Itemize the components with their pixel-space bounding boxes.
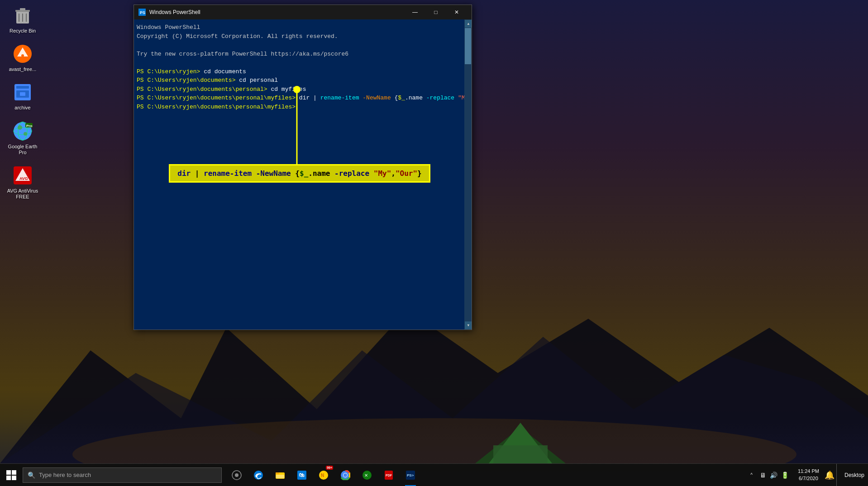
search-icon: 🔍 bbox=[28, 472, 35, 479]
svg-point-35 bbox=[235, 473, 238, 477]
pdf-icon: PDF bbox=[384, 470, 394, 480]
clock-date: 6/7/2020 bbox=[799, 475, 818, 482]
google-earth-pro-label: Google Earth Pro bbox=[5, 144, 41, 156]
scroll-down-arrow[interactable]: ▼ bbox=[465, 321, 472, 329]
svg-rect-19 bbox=[20, 92, 25, 96]
highlight-command-container: dir | rename-item -NewName {$_.name -rep… bbox=[134, 164, 465, 183]
desktop-icon-avg[interactable]: AVG AVG AntiVirus FREE bbox=[5, 165, 41, 200]
avast-label: avast_free... bbox=[9, 66, 37, 72]
battery-icon[interactable]: 🔋 bbox=[781, 472, 789, 479]
ps-line-10: PS C:\Users\ryjen\documents\personal\myf… bbox=[137, 103, 464, 112]
clock-area[interactable]: 11:24 PM 6/7/2020 bbox=[794, 464, 823, 486]
avg-label: AVG AntiVirus FREE bbox=[5, 188, 41, 200]
svg-text:Pro: Pro bbox=[26, 124, 32, 128]
search-placeholder-text: Type here to search bbox=[39, 472, 91, 478]
system-icons: 🖥 🔊 🔋 bbox=[756, 464, 792, 486]
chrome-icon bbox=[340, 470, 350, 480]
taskbar-chrome[interactable] bbox=[335, 464, 356, 486]
norton-badge: 99+ bbox=[326, 466, 333, 470]
taskbar-pdf[interactable]: PDF bbox=[378, 464, 399, 486]
taskbar-right-area: ^ 🖥 🔊 🔋 11:24 PM 6/7/2020 🔔 Desktop bbox=[749, 464, 868, 486]
svg-text:PDF: PDF bbox=[386, 474, 392, 477]
taskbar-store[interactable]: 🛍 bbox=[291, 464, 312, 486]
svg-point-23 bbox=[18, 125, 22, 130]
recycle-bin-icon bbox=[12, 5, 33, 26]
taskbar-norton[interactable]: N 99+ bbox=[313, 464, 334, 486]
taskbar-search[interactable]: 🔍 Type here to search bbox=[23, 467, 222, 483]
network-icon[interactable]: 🖥 bbox=[760, 472, 766, 479]
svg-text:N: N bbox=[321, 473, 324, 478]
desktop-icon-archive[interactable]: archive bbox=[5, 81, 41, 111]
archive-label: archive bbox=[14, 105, 30, 111]
taskbar-xbox[interactable]: ✕ bbox=[357, 464, 377, 486]
ps-line-2: Copyright (C) Microsoft Corporation. All… bbox=[137, 32, 464, 41]
task-view-icon bbox=[232, 470, 242, 480]
ps-line-5 bbox=[137, 58, 464, 67]
recycle-bin-label: Recycle Bin bbox=[10, 28, 36, 34]
store-icon: 🛍 bbox=[297, 470, 307, 480]
powershell-content[interactable]: Windows PowerShell Copyright (C) Microso… bbox=[134, 19, 472, 330]
svg-text:🛍: 🛍 bbox=[299, 472, 305, 478]
ps-line-7: PS C:\Users\ryjen\documents> cd personal bbox=[137, 76, 464, 85]
taskbar-explorer[interactable] bbox=[270, 464, 291, 486]
volume-icon[interactable]: 🔊 bbox=[770, 472, 777, 479]
desktop-icon-avast[interactable]: avast_free... bbox=[5, 43, 41, 72]
ps-line-8: PS C:\Users\ryjen\documents\personal> cd… bbox=[137, 85, 464, 94]
close-button[interactable]: ✕ bbox=[446, 5, 467, 19]
svg-rect-38 bbox=[276, 472, 279, 474]
window-title-text: Windows PowerShell bbox=[149, 9, 200, 15]
taskbar-items: 🛍 N 99+ ✕ bbox=[226, 464, 421, 486]
desktop-icons-area: Recycle Bin avast_free... archive bbox=[5, 5, 41, 200]
archive-icon bbox=[12, 81, 33, 103]
svg-text:PS: PS bbox=[140, 10, 145, 15]
xbox-icon: ✕ bbox=[362, 470, 372, 480]
ps-line-4: Try the new cross-platform PowerShell ht… bbox=[137, 50, 464, 59]
svg-rect-9 bbox=[20, 8, 25, 10]
window-title-area: PS Windows PowerShell bbox=[138, 9, 200, 16]
desktop-icon-google-earth-pro[interactable]: Pro Google Earth Pro bbox=[5, 120, 41, 156]
svg-rect-39 bbox=[276, 475, 284, 478]
ps-line-1: Windows PowerShell bbox=[137, 23, 464, 32]
desktop-label: Desktop bbox=[844, 472, 864, 478]
google-earth-pro-icon: Pro bbox=[12, 120, 33, 142]
start-icon bbox=[6, 470, 16, 480]
svg-text:✕: ✕ bbox=[364, 473, 368, 478]
svg-text:AVG: AVG bbox=[19, 176, 28, 181]
minimize-button[interactable]: — bbox=[405, 5, 425, 19]
notification-icon[interactable]: 🔔 bbox=[825, 470, 835, 480]
svg-rect-17 bbox=[16, 86, 29, 89]
scroll-thumb[interactable] bbox=[465, 28, 471, 64]
ps-line-3 bbox=[137, 41, 464, 50]
svg-text:PS>: PS> bbox=[407, 473, 414, 477]
svg-point-24 bbox=[24, 132, 27, 136]
taskbar: 🔍 Type here to search bbox=[0, 463, 868, 486]
maximize-button[interactable]: □ bbox=[425, 5, 446, 19]
show-desktop-button[interactable] bbox=[836, 464, 841, 486]
powershell-taskbar-icon: PS> bbox=[405, 470, 415, 480]
ps-line-9: PS C:\Users\ryjen\documents\personal\myf… bbox=[137, 94, 464, 103]
svg-rect-6 bbox=[493, 445, 548, 463]
scrollbar[interactable]: ▲ ▼ bbox=[464, 19, 472, 330]
svg-point-46 bbox=[343, 473, 347, 477]
scroll-up-arrow[interactable]: ▲ bbox=[465, 20, 472, 28]
taskbar-task-view[interactable] bbox=[226, 464, 247, 486]
taskbar-powershell[interactable]: PS> bbox=[400, 464, 421, 486]
avast-icon bbox=[12, 43, 33, 65]
avg-icon: AVG bbox=[12, 165, 33, 186]
powershell-window: PS Windows PowerShell — □ ✕ Windows Powe… bbox=[134, 5, 472, 330]
highlighted-command: dir | rename-item -NewName {$_.name -rep… bbox=[169, 164, 430, 183]
powershell-title-icon: PS bbox=[138, 9, 146, 16]
explorer-icon bbox=[275, 470, 285, 480]
taskbar-edge[interactable] bbox=[248, 464, 269, 486]
system-tray-chevron[interactable]: ^ bbox=[749, 472, 754, 477]
window-titlebar[interactable]: PS Windows PowerShell — □ ✕ bbox=[134, 5, 472, 19]
start-button[interactable] bbox=[0, 464, 23, 486]
svg-point-15 bbox=[21, 54, 24, 57]
norton-icon: N bbox=[319, 470, 329, 480]
ps-line-6: PS C:\Users\ryjen> cd documents bbox=[137, 67, 464, 76]
edge-icon bbox=[253, 470, 263, 480]
window-controls: — □ ✕ bbox=[405, 5, 467, 19]
clock-time: 11:24 PM bbox=[798, 468, 819, 475]
desktop-icon-recycle-bin[interactable]: Recycle Bin bbox=[5, 5, 41, 34]
